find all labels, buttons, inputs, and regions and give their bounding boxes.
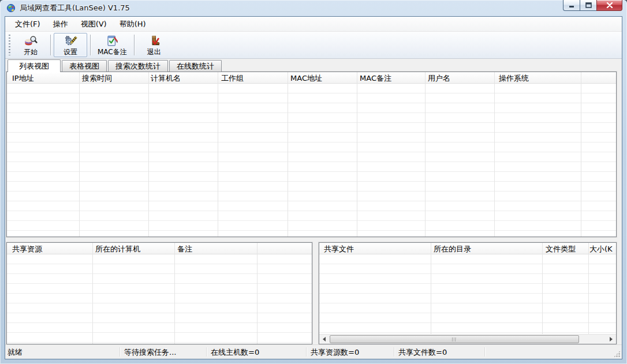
shared-files-header: 共享文件 所在的目录 文件类型 大小(K	[319, 243, 616, 254]
start-search-icon	[24, 34, 38, 48]
column-separator	[425, 72, 426, 237]
maximize-icon	[585, 2, 592, 8]
column-header-username[interactable]: 用户名	[428, 73, 450, 84]
horizontal-scrollbar[interactable]	[319, 334, 616, 344]
window-controls	[563, 0, 622, 11]
settings-button-label: 设置	[64, 48, 77, 56]
column-header-os[interactable]: 操作系统	[499, 73, 529, 84]
status-separator	[394, 347, 394, 357]
toolbar-gripper[interactable]	[9, 35, 10, 55]
status-separator	[306, 347, 307, 357]
column-header-search-time[interactable]: 搜索时间	[82, 73, 112, 84]
tab-search-count-stats[interactable]: 搜索次数统计	[108, 60, 168, 72]
minimize-icon	[569, 3, 575, 8]
statusbar: 就绪 等待搜索任务... 在线主机数=0 共享资源数=0 共享文件数=0	[5, 344, 622, 359]
column-separator	[357, 72, 357, 237]
column-separator	[92, 243, 93, 344]
client-area: 文件(F) 操作 视图(V) 帮助(H) 开始	[5, 16, 622, 359]
column-header-remark[interactable]: 备注	[177, 244, 192, 254]
column-separator	[174, 243, 175, 344]
column-separator	[588, 243, 589, 334]
settings-gears-icon	[64, 34, 77, 48]
close-icon	[606, 2, 613, 8]
mac-note-button-label: MAC备注	[98, 48, 127, 56]
shared-resources-panel: 共享资源 所在的计算机 备注	[6, 242, 312, 344]
start-button[interactable]: 开始	[14, 33, 47, 57]
shared-resources-body	[7, 254, 312, 344]
tab-search-count-stats-label: 搜索次数统计	[115, 61, 161, 72]
column-separator	[494, 72, 495, 237]
status-online-hosts: 在线主机数=0	[211, 347, 259, 358]
shared-files-panel: 共享文件 所在的目录 文件类型 大小(K	[319, 242, 617, 344]
tab-list-view[interactable]: 列表视图	[8, 59, 61, 72]
column-separator	[542, 243, 543, 334]
exit-button[interactable]: 退出	[137, 33, 171, 57]
menubar: 文件(F) 操作 视图(V) 帮助(H)	[5, 17, 622, 32]
scrollbar-thumb[interactable]	[330, 335, 579, 343]
toolbar-separator	[50, 35, 51, 55]
mac-note-button[interactable]: MAC备注	[94, 33, 131, 57]
mac-note-icon	[105, 34, 119, 48]
shared-files-body	[319, 254, 616, 334]
status-separator	[206, 347, 207, 357]
column-separator	[431, 243, 431, 334]
column-header-shared-file[interactable]: 共享文件	[324, 244, 354, 254]
column-header-ip[interactable]: IP地址	[12, 73, 34, 84]
menu-view[interactable]: 视图(V)	[74, 17, 113, 31]
arrow-left-icon	[323, 337, 326, 342]
toolbar-separator	[90, 35, 91, 55]
maximize-button[interactable]	[580, 0, 596, 11]
column-header-mac-note[interactable]: MAC备注	[360, 73, 391, 84]
menu-operate-label: 操作	[53, 19, 68, 29]
column-separator	[288, 72, 288, 237]
column-header-computer-name[interactable]: 计算机名	[151, 73, 181, 84]
tab-online-count-stats-label: 在线数统计	[177, 61, 214, 72]
exit-boot-icon	[147, 34, 161, 48]
hosts-list-panel: IP地址 搜索时间 计算机名 工作组 MAC地址 MAC备注 用户名 操作系统	[6, 72, 617, 237]
menu-operate[interactable]: 操作	[47, 17, 74, 31]
column-header-host-computer[interactable]: 所在的计算机	[95, 244, 140, 254]
column-header-workgroup[interactable]: 工作组	[221, 73, 244, 84]
horizontal-splitter[interactable]	[5, 237, 622, 242]
status-separator	[484, 347, 485, 357]
shared-resources-header: 共享资源 所在的计算机 备注	[7, 243, 312, 254]
titlebar[interactable]: 局域网查看工具(LanSee) V1.75	[0, 0, 627, 16]
tab-table-view-label: 表格视图	[69, 61, 99, 72]
app-window: 局域网查看工具(LanSee) V1.75 文件(F) 操作 视图(V) 帮助(…	[0, 0, 627, 364]
window-title: 局域网查看工具(LanSee) V1.75	[20, 3, 130, 13]
column-header-mac-address[interactable]: MAC地址	[290, 73, 322, 84]
column-header-directory[interactable]: 所在的目录	[434, 244, 471, 254]
exit-button-label: 退出	[147, 48, 161, 56]
column-separator	[79, 72, 80, 237]
arrow-right-icon	[610, 337, 613, 342]
status-waiting-task: 等待搜索任务...	[124, 347, 176, 358]
scroll-left-button[interactable]	[319, 335, 329, 344]
menu-help[interactable]: 帮助(H)	[113, 17, 152, 31]
status-shared-files-count: 共享文件数=0	[398, 347, 447, 358]
settings-button[interactable]: 设置	[54, 33, 87, 57]
tab-online-count-stats[interactable]: 在线数统计	[169, 60, 222, 72]
menu-help-label: 帮助(H)	[120, 19, 146, 29]
toolbar: 开始 设置	[5, 32, 622, 59]
bottom-panels: 共享资源 所在的计算机 备注 共享文件 所在的目录 文件类型 大小(K	[5, 242, 622, 344]
status-shared-resources-count: 共享资源数=0	[311, 347, 359, 358]
hosts-list-header: IP地址 搜索时间 计算机名 工作组 MAC地址 MAC备注 用户名 操作系统	[7, 72, 616, 84]
column-header-shared-resource[interactable]: 共享资源	[12, 244, 42, 254]
menu-file[interactable]: 文件(F)	[9, 17, 47, 31]
globe-network-icon	[6, 3, 16, 13]
hosts-list-body	[7, 84, 616, 237]
scroll-right-button[interactable]	[606, 335, 616, 344]
column-header-file-type[interactable]: 文件类型	[546, 244, 576, 254]
menu-view-label: 视图(V)	[81, 19, 107, 29]
column-separator	[581, 72, 581, 237]
column-header-file-size[interactable]: 大小(K	[589, 244, 613, 254]
tab-list-view-label: 列表视图	[19, 61, 49, 72]
column-separator	[148, 72, 149, 237]
column-separator	[218, 72, 218, 237]
tab-table-view[interactable]: 表格视图	[62, 60, 107, 72]
status-ready: 就绪	[8, 347, 23, 358]
status-separator	[120, 347, 120, 357]
resize-grip-icon[interactable]	[614, 351, 620, 357]
minimize-button[interactable]	[563, 0, 580, 11]
close-button[interactable]	[596, 0, 622, 11]
